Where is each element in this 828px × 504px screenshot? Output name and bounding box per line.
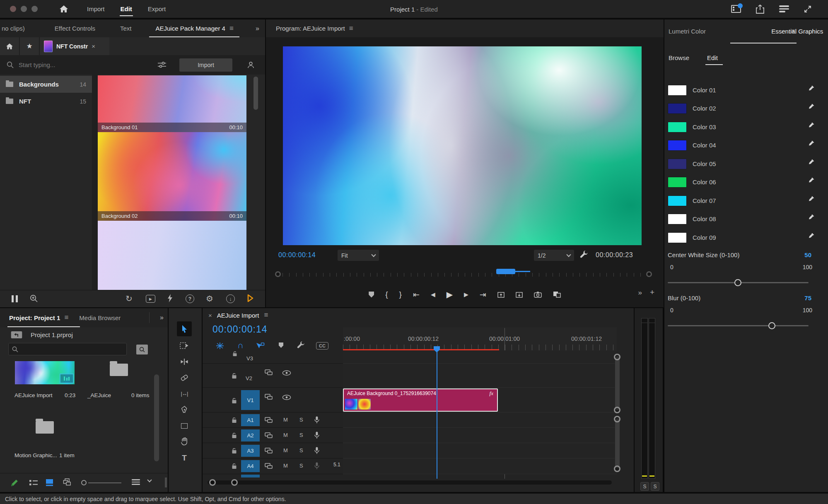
tab-overflow-icon[interactable]: » [256, 25, 259, 32]
zoom-slider-track[interactable] [88, 482, 121, 483]
browse-tab[interactable]: Browse [669, 54, 689, 61]
scrollbar-right-handle[interactable] [646, 271, 652, 277]
home-icon[interactable] [59, 5, 68, 13]
blur-slider-track[interactable] [668, 325, 809, 326]
meter-solo-right-button[interactable]: S [651, 482, 659, 491]
filter-icon[interactable] [157, 61, 167, 68]
tab-lumetri-color[interactable]: Lumetri Color [669, 28, 706, 35]
project-search-box[interactable] [8, 343, 127, 355]
step-back-icon[interactable]: ◀ [431, 291, 435, 298]
help-icon[interactable]: ? [186, 294, 194, 303]
track-content-a3[interactable] [343, 443, 617, 458]
folder-item-nft[interactable]: NFT 15 [0, 93, 92, 110]
thumbnail-background-03[interactable] [98, 221, 246, 290]
clip-fx-badge[interactable]: fx [490, 390, 493, 397]
program-video-preview[interactable] [283, 46, 642, 245]
timeline-hscrollbar[interactable] [208, 480, 612, 485]
snap-magnet-icon[interactable]: ∩ [237, 340, 244, 350]
panel-menu-icon[interactable]: ≡ [791, 27, 795, 36]
track-badge-v1[interactable]: V1 [241, 390, 260, 410]
center-white-size-slider-knob[interactable] [734, 279, 741, 286]
quick-export-progress-icon[interactable] [731, 5, 741, 13]
sequence-tab-label[interactable]: AEJuice Import [217, 312, 259, 319]
zoom-level-dropdown[interactable]: Fit [338, 250, 379, 261]
import-button[interactable]: Import [179, 58, 232, 72]
ripple-edit-tool[interactable] [177, 354, 192, 369]
color-swatch[interactable] [668, 232, 687, 243]
program-current-timecode[interactable]: 00:00:00:14 [278, 251, 316, 259]
program-panel-menu-icon[interactable]: ≡ [349, 24, 353, 33]
lock-icon[interactable] [232, 398, 237, 404]
lock-icon[interactable] [232, 417, 237, 423]
menu-import[interactable]: Import [87, 5, 105, 12]
playhead-line[interactable] [437, 351, 437, 479]
slip-tool[interactable]: |↔| [177, 386, 192, 401]
project-item-name[interactable]: Motion Graphic... [14, 452, 57, 458]
track-content-a1[interactable] [343, 412, 617, 428]
track-content-a2[interactable] [343, 428, 617, 443]
list-view-icon[interactable] [29, 479, 38, 486]
eyedropper-icon[interactable] [808, 232, 815, 239]
hscrollbar-handle[interactable] [209, 479, 216, 486]
track-content-a4[interactable] [343, 458, 617, 474]
project-search-input[interactable] [22, 346, 117, 353]
lift-icon[interactable] [497, 292, 505, 298]
solo-button[interactable]: S [299, 463, 303, 469]
tab-truncated[interactable]: no clips) [2, 25, 25, 32]
mark-in-icon[interactable]: { [385, 290, 388, 299]
extract-icon[interactable] [516, 292, 523, 298]
track-badge-a3[interactable]: A3 [241, 445, 260, 457]
settings-wrench-icon[interactable] [580, 251, 588, 259]
go-to-out-icon[interactable]: ⇥ [480, 290, 486, 299]
mark-out-icon[interactable]: } [399, 290, 402, 299]
solo-button[interactable]: S [299, 417, 303, 423]
timeline-clip[interactable]: AEJuice Background 0_1752916639074 fx [343, 388, 498, 412]
toggle-track-output-eye-icon[interactable] [282, 395, 291, 400]
voiceover-mic-icon[interactable] [314, 447, 319, 454]
sort-icon[interactable] [132, 478, 140, 486]
lock-icon[interactable] [232, 432, 237, 439]
track-badge-a2[interactable]: A2 [241, 429, 260, 441]
fullscreen-icon[interactable] [804, 5, 811, 13]
panel-resize-handle[interactable] [165, 477, 167, 487]
refresh-icon[interactable]: ↻ [126, 294, 133, 304]
window-close-button[interactable] [10, 6, 16, 12]
navigate-up-icon[interactable] [11, 330, 22, 339]
timeline-settings-wrench-icon[interactable] [297, 341, 305, 349]
eyedropper-icon[interactable] [808, 85, 815, 92]
track-select-forward-tool[interactable] [177, 338, 192, 353]
zoom-in-icon[interactable] [30, 294, 38, 303]
quick-export-icon[interactable] [756, 5, 764, 14]
rectangle-tool[interactable] [177, 418, 192, 433]
freeform-view-icon[interactable] [62, 478, 71, 486]
program-playhead-handle[interactable] [496, 269, 515, 274]
window-minimize-button[interactable] [21, 6, 27, 12]
color-swatch[interactable] [668, 214, 687, 224]
solo-button[interactable]: S [299, 447, 303, 453]
track-label-v2[interactable]: V2 [246, 375, 252, 381]
hscrollbar-handle[interactable] [231, 479, 238, 486]
add-marker-icon[interactable] [369, 292, 374, 298]
play-button-icon[interactable]: ▶ [447, 289, 453, 299]
hand-tool[interactable] [177, 434, 192, 449]
source-patch-icon[interactable] [265, 417, 273, 423]
color-swatch[interactable] [668, 85, 687, 96]
scrollbar-left-handle[interactable] [275, 271, 281, 277]
source-patch-icon[interactable] [265, 448, 273, 453]
meter-solo-left-button[interactable]: S [640, 482, 649, 491]
captions-icon[interactable]: CC [316, 342, 328, 350]
aejuice-home-icon[interactable] [0, 37, 19, 55]
button-editor-icon[interactable]: + [650, 288, 654, 297]
video-tracks-scrollbar[interactable] [615, 356, 620, 410]
color-swatch[interactable] [668, 103, 687, 114]
menu-export[interactable]: Export [148, 5, 166, 12]
gear-icon[interactable]: ⚙ [206, 294, 213, 304]
source-patch-icon[interactable] [265, 432, 273, 438]
close-sequence-icon[interactable]: × [208, 312, 212, 319]
pen-tool[interactable] [177, 403, 192, 417]
step-forward-icon[interactable]: ▶ [464, 291, 468, 298]
eyedropper-icon[interactable] [808, 214, 815, 220]
eyedropper-icon[interactable] [808, 140, 815, 147]
export-frame-icon[interactable] [534, 292, 542, 298]
source-patch-icon[interactable] [265, 394, 273, 400]
